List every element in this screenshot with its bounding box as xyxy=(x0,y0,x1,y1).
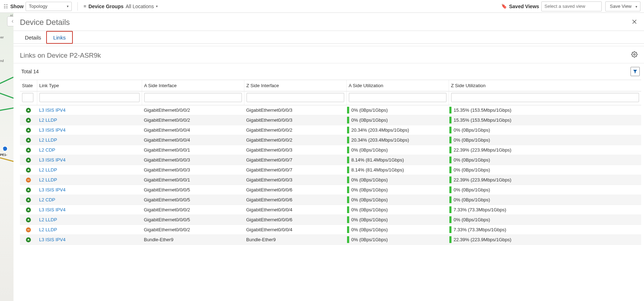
device-groups-selector[interactable]: ≡ Device Groups All Locations ▾ xyxy=(83,4,158,9)
saved-views-label: Saved Views xyxy=(509,4,539,9)
list-icon: ≡ xyxy=(83,4,86,9)
save-view-button[interactable]: Save View ▾ xyxy=(605,1,640,11)
top-toolbar: ☷ Show Topology ▾ ≡ Device Groups All Lo… xyxy=(0,0,644,13)
show-icon: ☷ xyxy=(4,4,8,9)
chevron-down-icon: ▾ xyxy=(635,4,637,8)
show-select[interactable]: Topology ▾ xyxy=(26,2,72,11)
chevron-down-icon: ▾ xyxy=(156,4,158,8)
divider xyxy=(77,2,78,11)
saved-views-input[interactable] xyxy=(541,1,602,11)
chevron-down-icon: ▾ xyxy=(67,4,69,8)
device-groups-label: Device Groups xyxy=(88,4,124,9)
bookmark-icon: 🔖 xyxy=(501,4,507,9)
device-groups-value: All Locations xyxy=(126,4,154,9)
show-select-value: Topology xyxy=(29,4,47,9)
show-label: Show xyxy=(10,4,23,9)
save-view-label: Save View xyxy=(610,4,632,9)
